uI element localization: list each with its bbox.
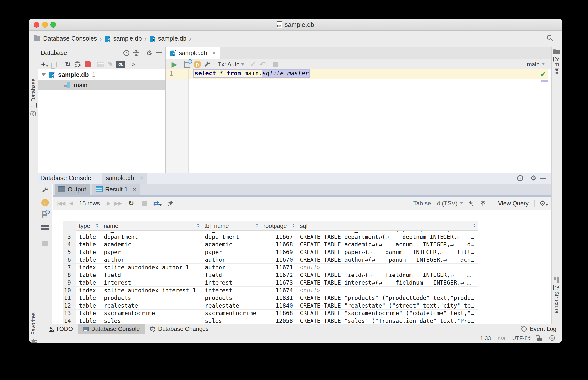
cell-name[interactable]: field (101, 271, 202, 279)
table-row[interactable]: 6 table author author 11670 CREATE TABLE… (63, 256, 478, 264)
cell-sql[interactable]: CREATE TABLE ft_insurance ( policyID int… (297, 231, 478, 233)
cell-type[interactable]: table (77, 317, 101, 324)
grid-body[interactable]: 2 table ft_insurance ft_insurance 10715 … (63, 231, 478, 332)
schema-selector[interactable]: main (527, 61, 545, 68)
parameters-icon[interactable]: p (192, 60, 202, 69)
grid-corner-cell[interactable] (63, 221, 77, 231)
caret-position[interactable]: 1:33 (480, 335, 491, 342)
tree-item-sampledb[interactable]: sample.db 1 (38, 70, 165, 80)
cell-sql[interactable]: CREATE TABLE author↵(↵ panum INTEGER,↵ a… (297, 256, 478, 264)
tool-window-button-todo[interactable]: ≡ 6: TODO (39, 324, 78, 334)
parameters-icon[interactable]: p (40, 198, 50, 207)
hide-panel-icon[interactable] (538, 174, 548, 183)
console-tab-sampledb[interactable]: sample.db × (102, 172, 147, 184)
cell-sql[interactable]: CREATE TABLE "realestate" ("street" text… (297, 302, 478, 309)
breadcrumb-item-db2[interactable]: sample.db (158, 35, 186, 42)
cell-tbl-name[interactable]: author (202, 256, 261, 264)
column-header-tbl-name[interactable]: tbl_name (202, 221, 261, 231)
hide-panel-icon[interactable] (154, 49, 164, 57)
sort-icon[interactable] (473, 224, 476, 227)
commit-icon[interactable]: ✓ (248, 60, 258, 69)
sql-code-line[interactable]: select * from main.sqlite_master (193, 70, 310, 77)
column-header-rootpage[interactable]: rootpage (261, 221, 297, 231)
table-row[interactable]: 5 table paper paper 11669 CREATE TABLE p… (63, 248, 478, 256)
next-page-icon[interactable]: ▶ (103, 199, 113, 208)
stop-icon[interactable] (271, 60, 281, 69)
cell-type[interactable]: table (77, 248, 101, 256)
cell-rootpage[interactable]: 11671 (261, 264, 297, 271)
editor-tab-sampledb[interactable]: sample.db × (166, 47, 220, 59)
first-page-icon[interactable]: |◀◀ (56, 199, 66, 208)
table-row[interactable]: 13 table sacramentocrime sacramentocrime… (63, 309, 478, 317)
cell-tbl-name[interactable]: interest (202, 286, 261, 294)
settings-wrench-icon[interactable] (40, 186, 50, 195)
tool-window-button-database[interactable]: 1: Database (30, 78, 37, 108)
cell-tbl-name[interactable]: field (202, 271, 261, 279)
cell-rootpage[interactable]: 11673 (261, 279, 297, 286)
tx-mode-selector[interactable]: Tx: Auto (218, 61, 240, 68)
cell-rootpage[interactable]: 11674 (261, 286, 297, 294)
cell-name[interactable]: sacramentocrime (101, 309, 202, 317)
export-format-selector[interactable]: Tab-se…d (TSV) (413, 200, 458, 207)
table-row[interactable]: 4 table academic academic 11668 CREATE T… (63, 241, 478, 248)
table-row[interactable]: 11 table products products 11831 CREATE … (63, 294, 478, 302)
encoding-selector[interactable]: UTF-8 (512, 335, 530, 342)
submit-ddl-icon[interactable] (73, 60, 83, 69)
sort-icon[interactable] (197, 224, 199, 227)
cell-tbl-name[interactable]: products (202, 294, 261, 302)
column-header-sql[interactable]: sql (297, 221, 478, 231)
reload-page-icon[interactable]: ↻ (126, 199, 136, 208)
cell-sql[interactable]: CREATE TABLE field↵(↵ fieldnum INTEGER,↵… (297, 271, 478, 279)
cell-rootpage[interactable]: 11672 (261, 271, 297, 279)
cell-type[interactable]: table (77, 231, 101, 233)
cell-name[interactable]: realestate (101, 302, 202, 309)
cell-name[interactable]: academic (101, 241, 202, 248)
duplicate-icon[interactable] (50, 60, 60, 69)
editor-body[interactable]: 1 select * from main.sqlite_master ✔ (166, 70, 551, 172)
cell-tbl-name[interactable]: author (202, 264, 261, 271)
close-tab-icon[interactable]: × (140, 174, 143, 182)
event-log-button[interactable]: Event Log (530, 325, 556, 332)
layout-icon[interactable] (40, 223, 50, 232)
cell-name[interactable]: author (101, 256, 202, 264)
table-row[interactable]: 7 index sqlite_autoindex_author_1 author… (63, 264, 478, 271)
cell-tbl-name[interactable]: sales (202, 317, 261, 324)
cell-name[interactable]: ft_insurance (101, 231, 202, 233)
cell-type[interactable]: table (77, 302, 101, 309)
view-query-button[interactable]: View Query (496, 200, 530, 207)
cell-name[interactable]: department (101, 233, 202, 241)
cell-tbl-name[interactable]: sacramentocrime (202, 309, 261, 317)
cell-tbl-name[interactable]: ft_insurance (202, 231, 261, 233)
cell-type[interactable]: table (77, 309, 101, 317)
previous-page-icon[interactable]: ◀ (66, 199, 76, 208)
sort-icon[interactable] (96, 224, 98, 227)
cell-rootpage[interactable]: 10715 (261, 231, 297, 233)
breadcrumb-item-db1[interactable]: sample.db (113, 35, 142, 42)
tab-output[interactable]: Output (55, 184, 90, 195)
cell-type[interactable]: table (77, 256, 101, 264)
last-page-icon[interactable]: ▶▶| (113, 199, 123, 208)
cell-sql[interactable]: CREATE TABLE department↵(↵ deptnum INTEG… (297, 233, 478, 241)
tool-window-button-database-console[interactable]: Database Console (78, 324, 144, 334)
cell-sql[interactable]: CREATE TABLE "sacramentocrime" ("cdateti… (297, 309, 478, 317)
refresh-icon[interactable]: ↻ (63, 60, 73, 69)
cell-sql[interactable]: <null> (297, 286, 478, 294)
table-row[interactable]: 10 index sqlite_autoindex_interest_1 int… (63, 286, 478, 294)
rollback-icon[interactable]: ↶ (258, 60, 268, 69)
cell-tbl-name[interactable]: realestate (202, 302, 261, 309)
cell-rootpage[interactable]: 11840 (261, 302, 297, 309)
locate-icon[interactable] (515, 174, 525, 183)
column-header-type[interactable]: type (77, 221, 101, 231)
cell-tbl-name[interactable]: department (202, 233, 261, 241)
locate-object-icon[interactable] (121, 49, 131, 57)
open-console-icon[interactable]: 'QL (115, 60, 125, 69)
cell-sql[interactable]: CREATE TABLE paper↵(↵ panum INTEGER,↵ ti… (297, 248, 478, 256)
collapse-all-icon[interactable] (131, 49, 141, 57)
cell-type[interactable]: table (77, 241, 101, 248)
cell-sql[interactable]: CREATE TABLE academic↵(↵ acnum INTEGER,↵… (297, 241, 478, 248)
cell-type[interactable]: index (77, 286, 101, 294)
cell-name[interactable]: interest (101, 279, 202, 286)
settings-wrench-icon[interactable] (202, 60, 212, 69)
cell-tbl-name[interactable]: academic (202, 241, 261, 248)
cell-sql[interactable]: <null> (297, 264, 478, 271)
